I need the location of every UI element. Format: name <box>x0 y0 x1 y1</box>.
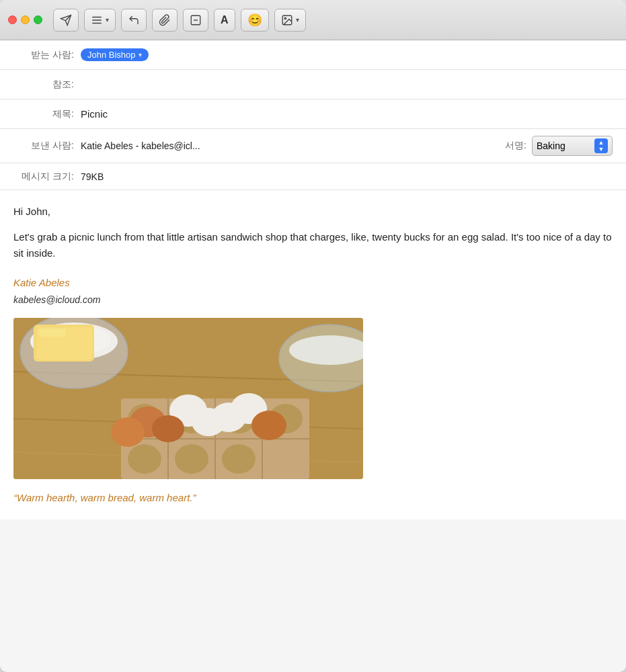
send-button[interactable] <box>53 9 79 32</box>
annotate-icon <box>190 14 202 26</box>
annotate-button[interactable] <box>183 9 208 32</box>
recipient-name: John Bishop <box>87 50 136 60</box>
recipient-chevron: ▾ <box>139 51 142 58</box>
to-row: 받는 사람: John Bishop ▾ <box>0 40 626 70</box>
to-label: 받는 사람: <box>13 49 74 61</box>
subject-value[interactable]: Picnic <box>81 108 613 120</box>
svg-point-24 <box>222 444 256 474</box>
recipient-token[interactable]: John Bishop ▾ <box>81 48 149 61</box>
compose-form: 받는 사람: John Bishop ▾ 참조: 제목: Picnic 보낸 사… <box>0 40 626 519</box>
body-paragraph: Let's grab a picnic lunch from that litt… <box>13 229 613 261</box>
subject-row: 제목: Picnic <box>0 99 626 129</box>
sig-email: kabeles@icloud.com <box>13 292 613 307</box>
emoji-icon: 😊 <box>247 13 262 28</box>
paperclip-icon <box>159 14 171 26</box>
svg-point-32 <box>152 415 184 442</box>
signature-stepper[interactable]: ▲ ▼ <box>594 138 608 153</box>
from-label: 보낸 사람: <box>13 140 74 152</box>
signature-select[interactable]: Baking ▲ ▼ <box>532 136 613 156</box>
minimize-button[interactable] <box>21 15 30 24</box>
from-value[interactable]: Katie Abeles - kabeles@icl... <box>81 140 505 151</box>
photo-chevron: ▾ <box>296 16 299 24</box>
svg-point-8 <box>284 17 286 19</box>
compose-window: ▾ A 😊 <box>0 0 626 672</box>
attach-button[interactable] <box>152 9 178 32</box>
from-row: 보낸 사람: Katie Abeles - kabeles@icl... 서명:… <box>0 129 626 163</box>
baking-image <box>13 318 363 479</box>
list-icon <box>91 14 103 26</box>
close-button[interactable] <box>8 15 17 24</box>
subject-label: 제목: <box>13 108 74 120</box>
cc-label: 참조: <box>13 79 74 91</box>
svg-point-31 <box>251 411 286 440</box>
svg-point-28 <box>192 408 225 436</box>
maximize-button[interactable] <box>34 15 42 24</box>
font-icon: A <box>221 14 229 26</box>
list-chevron: ▾ <box>106 16 109 24</box>
photo-icon <box>281 14 293 26</box>
baking-image-svg <box>13 318 363 479</box>
size-label: 메시지 크기: <box>13 171 74 183</box>
svg-rect-38 <box>39 329 66 337</box>
font-button[interactable]: A <box>214 9 235 32</box>
traffic-lights <box>8 15 42 24</box>
size-row: 메시지 크기: 79KB <box>0 163 626 190</box>
reply-icon <box>128 14 140 26</box>
svg-point-23 <box>175 444 208 474</box>
sig-name: Katie Abeles <box>13 275 613 291</box>
signature-label: 서명: <box>505 140 526 152</box>
signature-value: Baking <box>537 140 565 151</box>
list-button[interactable]: ▾ <box>84 9 116 32</box>
stepper-down: ▼ <box>598 146 604 153</box>
svg-point-30 <box>111 417 145 447</box>
photo-button[interactable]: ▾ <box>274 9 306 32</box>
stepper-up: ▲ <box>598 140 604 146</box>
email-body[interactable]: Hi John, Let's grab a picnic lunch from … <box>0 190 626 519</box>
send-icon <box>60 14 72 26</box>
quote-text: “Warm hearth, warm bread, warm heart.” <box>13 490 613 506</box>
emoji-button[interactable]: 😊 <box>241 9 269 32</box>
reply-button[interactable] <box>121 9 147 32</box>
svg-point-22 <box>128 444 161 474</box>
greeting: Hi John, <box>13 204 613 220</box>
size-value: 79KB <box>81 171 104 182</box>
toolbar: ▾ A 😊 <box>0 0 626 40</box>
cc-row: 참조: <box>0 70 626 99</box>
